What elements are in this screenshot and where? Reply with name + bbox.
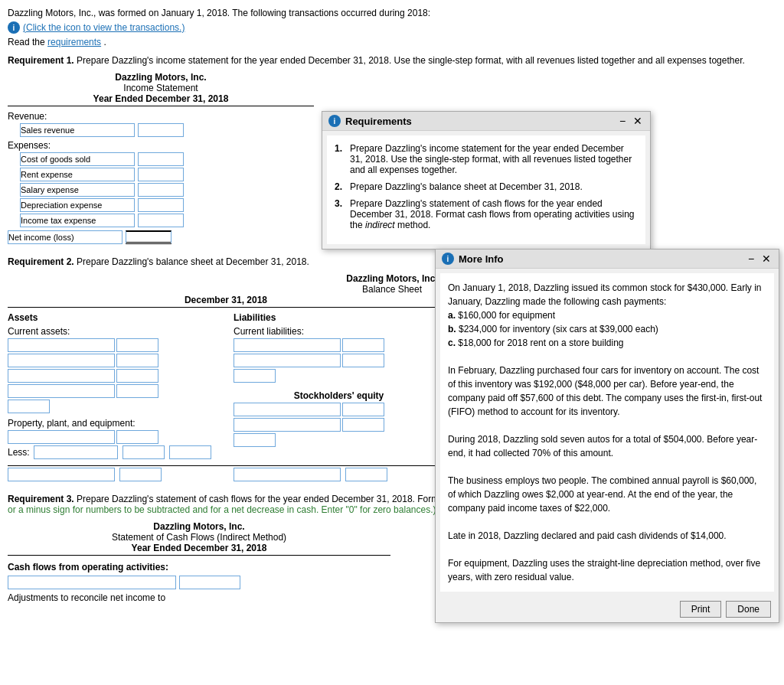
income-statement-table: Dazzling Motors, Inc. Income Statement Y… bbox=[8, 72, 314, 244]
expense-item-3-input[interactable] bbox=[20, 183, 135, 197]
cf-title: Statement of Cash Flows (Indirect Method… bbox=[8, 532, 390, 543]
expense-item-5-input[interactable] bbox=[20, 214, 135, 227]
requirements-list: 1. Prepare Dazzling's income statement f… bbox=[335, 143, 638, 230]
requirements-modal: i Requirements − ✕ 1. Prepare Dazzling's… bbox=[322, 111, 651, 250]
se-total[interactable] bbox=[234, 433, 276, 447]
cl-row-1 bbox=[234, 338, 444, 352]
requirements-link[interactable]: requirements bbox=[47, 37, 101, 47]
expense-amount-1-input[interactable] bbox=[138, 152, 184, 166]
total-assets-label-input[interactable] bbox=[8, 468, 115, 481]
expense-row-3 bbox=[20, 183, 314, 197]
expense-amount-3-input[interactable] bbox=[138, 183, 184, 197]
req-modal-close[interactable]: ✕ bbox=[632, 115, 644, 127]
se-amount-2[interactable] bbox=[342, 418, 384, 432]
ca-amount-1[interactable] bbox=[116, 338, 158, 352]
se-label: Stockholders' equity bbox=[234, 390, 444, 401]
req-modal-title-area: i Requirements bbox=[328, 115, 412, 127]
ca-item-2[interactable] bbox=[8, 354, 115, 367]
total-assets-amount[interactable] bbox=[119, 468, 162, 481]
cl-amount-2[interactable] bbox=[342, 354, 384, 367]
revenue-label: Revenue: bbox=[8, 111, 314, 122]
cl-item-2[interactable] bbox=[234, 354, 341, 367]
req-num-3: 3. bbox=[335, 198, 345, 230]
more-info-p8: Late in 2018, Dazzling declared and paid… bbox=[448, 529, 766, 543]
ca-item-3[interactable] bbox=[8, 369, 115, 383]
total-liabilities-label-input[interactable] bbox=[234, 468, 341, 481]
net-income-label-input[interactable] bbox=[8, 230, 122, 244]
total-liabilities-area bbox=[218, 468, 444, 481]
more-info-p9: For equipment, Dazzling uses the straigh… bbox=[448, 556, 766, 584]
revenue-amount-1-input[interactable] bbox=[138, 123, 184, 137]
cl-amount-1[interactable] bbox=[342, 338, 384, 352]
cl-row-2 bbox=[234, 354, 444, 367]
ppe-row-1 bbox=[8, 430, 218, 444]
assets-panel: Current assets: bbox=[8, 326, 218, 461]
ppe-net[interactable] bbox=[169, 445, 211, 459]
req-modal-minimize[interactable]: − bbox=[616, 115, 629, 127]
expense-amount-5-input[interactable] bbox=[138, 214, 184, 227]
cf-operating-label: Cash flows from operating activities: bbox=[8, 562, 390, 572]
req3-label: Requirement 3. bbox=[8, 494, 74, 504]
ca-total-row bbox=[8, 400, 218, 413]
expense-item-1-input[interactable] bbox=[20, 152, 135, 166]
req1-label: Requirement 1. bbox=[8, 55, 74, 66]
less-item[interactable] bbox=[34, 445, 118, 459]
se-item-1[interactable] bbox=[234, 403, 341, 416]
more-info-p2: a. $160,000 for equipment bbox=[448, 308, 766, 322]
net-income-amount-input[interactable] bbox=[126, 230, 172, 244]
expense-item-4-input[interactable] bbox=[20, 198, 135, 212]
expense-row-2 bbox=[20, 168, 314, 181]
current-liabilities-label: Current liabilities: bbox=[234, 326, 444, 337]
ca-amount-2[interactable] bbox=[116, 354, 158, 367]
ca-amount-3[interactable] bbox=[116, 369, 158, 383]
less-amount[interactable] bbox=[122, 445, 165, 459]
revenue-row-1 bbox=[20, 123, 314, 137]
req-num-1: 1. bbox=[335, 143, 345, 175]
ca-item-4[interactable] bbox=[8, 384, 115, 398]
more-info-p6: During 2018, Dazzling sold seven autos f… bbox=[448, 432, 766, 460]
ca-item-1[interactable] bbox=[8, 338, 115, 352]
more-info-print-button[interactable]: Print bbox=[680, 601, 722, 618]
expense-amount-4-input[interactable] bbox=[138, 198, 184, 212]
ca-row-2 bbox=[8, 354, 218, 367]
more-info-p3: b. $234,000 for inventory (six cars at $… bbox=[448, 322, 766, 336]
more-info-modal-header: i More Info − ✕ bbox=[436, 250, 779, 269]
expense-item-2-input[interactable] bbox=[20, 168, 135, 181]
se-item-2[interactable] bbox=[234, 418, 341, 432]
ca-amount-4[interactable] bbox=[116, 384, 158, 398]
se-row-2 bbox=[234, 418, 444, 432]
cf-company-name: Dazzling Motors, Inc. bbox=[8, 521, 390, 532]
expenses-label: Expenses: bbox=[8, 140, 314, 151]
ppe-amount-1[interactable] bbox=[116, 430, 158, 444]
ppe-item-1[interactable] bbox=[8, 430, 115, 444]
click-transactions-link[interactable]: (Click the icon to view the transactions… bbox=[23, 22, 185, 33]
req-list-item-3: 3. Prepare Dazzling's statement of cash … bbox=[335, 198, 638, 230]
se-amount-1[interactable] bbox=[342, 403, 384, 416]
revenue-item-1-input[interactable] bbox=[20, 123, 135, 137]
more-info-close[interactable]: ✕ bbox=[760, 253, 773, 265]
expense-amount-2-input[interactable] bbox=[138, 168, 184, 181]
cf-net-income-amount[interactable] bbox=[179, 576, 240, 589]
cl-item-1[interactable] bbox=[234, 338, 341, 352]
ca-total[interactable] bbox=[8, 400, 50, 413]
ca-row-3 bbox=[8, 369, 218, 383]
more-info-done-button[interactable]: Done bbox=[726, 601, 771, 618]
total-liabilities-amount[interactable] bbox=[345, 468, 387, 481]
req-modal-controls[interactable]: − ✕ bbox=[616, 115, 644, 127]
ca-row-1 bbox=[8, 338, 218, 352]
req-modal-title: Requirements bbox=[345, 116, 412, 127]
more-info-modal: i More Info − ✕ On January 1, 2018, Dazz… bbox=[435, 249, 779, 623]
more-info-icon: i bbox=[442, 253, 454, 265]
req-modal-icon: i bbox=[328, 115, 341, 127]
more-info-controls[interactable]: − ✕ bbox=[745, 253, 773, 265]
current-assets-label: Current assets: bbox=[8, 326, 218, 337]
info-icon[interactable]: i bbox=[8, 21, 20, 34]
req-num-2: 2. bbox=[335, 181, 345, 192]
se-row-1 bbox=[234, 403, 444, 416]
more-info-footer: Print Done bbox=[436, 596, 779, 622]
cl-total[interactable] bbox=[234, 369, 276, 383]
more-info-minimize[interactable]: − bbox=[745, 253, 757, 265]
cf-net-income-input[interactable] bbox=[8, 576, 176, 589]
more-info-p4: c. $18,000 for 2018 rent on a store buil… bbox=[448, 336, 766, 350]
more-info-p5: In February, Dazzling purchased four car… bbox=[448, 364, 766, 419]
